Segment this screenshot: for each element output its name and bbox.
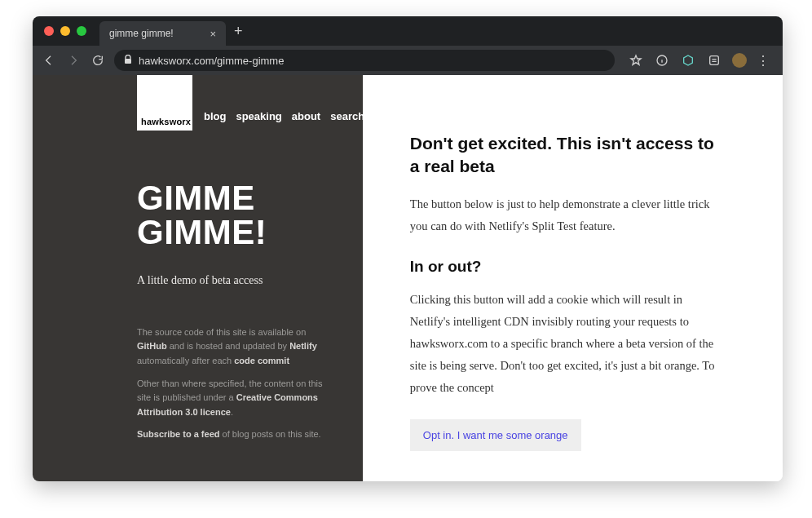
page-title: GIMME GIMME!: [137, 181, 333, 250]
footer-link-feed[interactable]: Subscribe to a feed: [137, 429, 219, 439]
page-subtitle: A little demo of beta access: [137, 274, 333, 287]
section-paragraph-2: Clicking this button will add a cookie w…: [410, 289, 719, 398]
window-close-button[interactable]: [44, 26, 54, 36]
footer-link-netlify[interactable]: Netlify: [289, 341, 317, 351]
section-heading-2: In or out?: [410, 258, 719, 276]
footer-line-2: Other than where specified, the content …: [137, 377, 333, 420]
nav-link-speaking[interactable]: speaking: [236, 110, 281, 122]
window-zoom-button[interactable]: [77, 26, 86, 36]
site-header: hawksworx blog speaking about search: [137, 75, 333, 131]
star-icon[interactable]: [628, 52, 644, 69]
browser-tab-active[interactable]: gimme gimme! ×: [99, 21, 226, 46]
logo-text: hawksworx: [141, 117, 191, 126]
profile-avatar[interactable]: [732, 53, 747, 68]
footer-line-3: Subscribe to a feed of blog posts on thi…: [137, 427, 333, 442]
opt-in-button[interactable]: Opt in. I want me some orange: [410, 419, 581, 451]
nav-link-blog[interactable]: blog: [204, 110, 226, 122]
left-panel: hawksworx blog speaking about search GIM…: [33, 75, 363, 481]
window-titlebar: gimme gimme! × +: [33, 16, 783, 46]
page-content: hawksworx blog speaking about search GIM…: [33, 75, 783, 481]
new-tab-button[interactable]: +: [226, 23, 251, 40]
site-logo[interactable]: hawksworx: [137, 75, 192, 131]
extension-icon[interactable]: [680, 52, 696, 69]
site-footer: The source code of this site is availabl…: [137, 325, 333, 457]
browser-toolbar: hawksworx.com/gimme-gimme ⋮: [33, 46, 783, 75]
info-icon[interactable]: [654, 52, 670, 69]
svg-rect-2: [710, 56, 719, 65]
reload-button[interactable]: [90, 52, 106, 69]
close-icon[interactable]: ×: [210, 28, 216, 40]
nav-link-search[interactable]: search: [330, 110, 364, 122]
window-minimize-button[interactable]: [60, 26, 70, 36]
footer-line-1: The source code of this site is availabl…: [137, 325, 333, 369]
footer-link-commit[interactable]: code commit: [234, 356, 289, 365]
section-paragraph-1: The button below is just to help demonst…: [410, 193, 719, 237]
tab-title: gimme gimme!: [109, 28, 174, 39]
lock-icon: [124, 55, 132, 66]
nav-link-about[interactable]: about: [292, 110, 320, 122]
primary-nav: blog speaking about search: [204, 110, 364, 131]
svg-rect-0: [125, 59, 131, 64]
address-bar[interactable]: hawksworx.com/gimme-gimme: [114, 50, 615, 71]
toolbar-right: ⋮: [623, 52, 774, 69]
extension-icon-2[interactable]: [706, 52, 722, 69]
right-panel: Don't get excited. This isn't access to …: [363, 75, 783, 481]
tab-strip: gimme gimme! × +: [99, 16, 251, 46]
kebab-menu-icon[interactable]: ⋮: [757, 53, 770, 69]
section-heading-1: Don't get excited. This isn't access to …: [410, 132, 719, 179]
window-controls: [44, 26, 86, 36]
browser-window: gimme gimme! × + hawksworx.com/gimme-gim…: [33, 16, 783, 481]
back-button[interactable]: [41, 52, 57, 69]
forward-button[interactable]: [65, 52, 82, 69]
url-text: hawksworx.com/gimme-gimme: [139, 55, 284, 67]
footer-link-github[interactable]: GitHub: [137, 341, 167, 351]
